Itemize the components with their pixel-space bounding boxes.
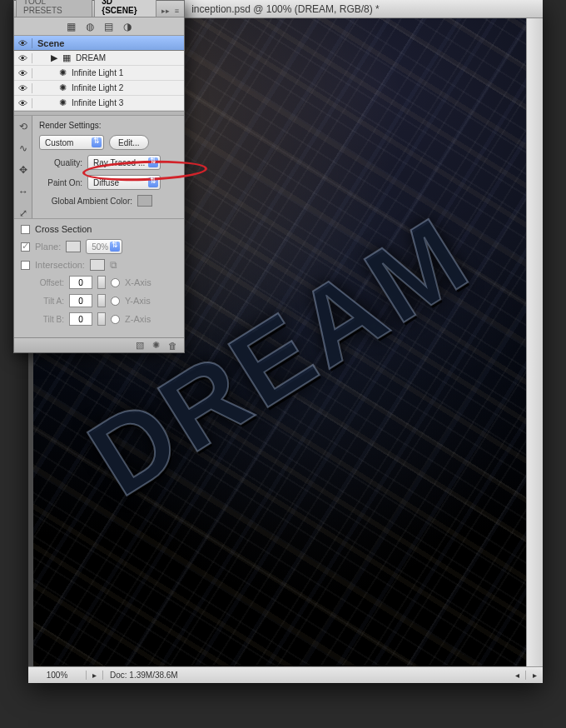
render-settings-title: Render Settings:	[39, 121, 177, 130]
scale-tool-icon[interactable]: ⤢	[14, 202, 32, 224]
eye-icon[interactable]: 👁	[18, 68, 27, 78]
render-preset-select[interactable]: Custom	[39, 135, 104, 150]
panel-filter-row: ▦ ◍ ▤ ◑	[14, 17, 184, 36]
eye-icon[interactable]: 👁	[18, 98, 27, 108]
scene-root-row[interactable]: 👁 Scene	[14, 36, 184, 51]
eye-icon[interactable]: 👁	[18, 53, 27, 63]
paint-on-select[interactable]: Diffuse	[87, 175, 161, 190]
scene-hierarchy: 👁 Scene 👁 ▶ ▦ DREAM 👁 ✺ Infinite Light 1…	[14, 36, 184, 111]
render-icon[interactable]: ▧	[136, 340, 144, 351]
intersection-checkbox[interactable]	[21, 261, 30, 270]
filter-materials-icon[interactable]: ▤	[104, 21, 113, 32]
scroll-right-icon[interactable]: ▸	[526, 671, 543, 680]
plane-checkbox[interactable]	[21, 242, 30, 252]
y-axis-radio[interactable]	[111, 297, 120, 306]
scene-item-label: DREAM	[76, 53, 106, 62]
slide-tool-icon[interactable]: ↔	[14, 181, 32, 202]
intersection-label: Intersection:	[35, 260, 85, 270]
y-axis-label: Y-Axis	[125, 296, 151, 306]
light-icon: ✺	[59, 67, 67, 78]
zoom-readout[interactable]: 100%	[28, 671, 87, 680]
scene-item-light-3[interactable]: 👁 ✺ Infinite Light 3	[14, 96, 184, 111]
expand-icon[interactable]: ▶	[51, 52, 57, 63]
x-axis-radio[interactable]	[111, 278, 120, 287]
edit-preset-button[interactable]: Edit...	[109, 135, 149, 150]
tilt-b-input[interactable]	[69, 312, 92, 326]
cross-section-checkbox[interactable]	[21, 225, 30, 234]
cross-section-title: Cross Section	[35, 224, 92, 234]
light-icon: ✺	[59, 97, 67, 108]
new-light-icon[interactable]: ✺	[152, 340, 160, 351]
quality-label: Quality:	[39, 158, 82, 167]
plane-color-swatch[interactable]	[66, 241, 81, 252]
3d-scene-panel: TOOL PRESETS 3D {SCENE} ▸▸ ≡ ▦ ◍ ▤ ◑ 👁 S…	[13, 0, 185, 353]
scene-item-dream[interactable]: 👁 ▶ ▦ DREAM	[14, 51, 184, 66]
global-ambient-swatch[interactable]	[137, 195, 152, 207]
panel-footer: ▧ ✺ 🗑	[14, 337, 184, 352]
offset-input[interactable]	[69, 276, 92, 289]
pan-tool-icon[interactable]: ✥	[14, 159, 32, 181]
tilt-a-stepper[interactable]	[97, 294, 106, 307]
eye-icon[interactable]: 👁	[18, 38, 27, 48]
orbit-tool-icon[interactable]: ⟲	[14, 116, 32, 137]
trash-icon[interactable]: 🗑	[168, 341, 177, 351]
collapse-icon[interactable]: ▸▸	[161, 7, 170, 15]
scroll-left-icon[interactable]: ◂	[509, 671, 526, 680]
intersection-color-swatch[interactable]	[90, 259, 105, 271]
scene-item-light-2[interactable]: 👁 ✺ Infinite Light 2	[14, 81, 184, 96]
light-icon: ✺	[59, 82, 67, 93]
z-axis-radio[interactable]	[111, 315, 120, 324]
tilt-a-label: Tilt A:	[21, 297, 64, 306]
status-icon[interactable]: ▸	[87, 671, 103, 680]
tilt-b-label: Tilt B:	[21, 315, 64, 324]
roll-tool-icon[interactable]: ∿	[14, 137, 32, 159]
tilt-a-input[interactable]	[69, 294, 92, 307]
filter-lights-icon[interactable]: ◑	[123, 21, 132, 32]
x-axis-label: X-Axis	[125, 277, 151, 287]
plane-label: Plane:	[35, 242, 61, 252]
tilt-b-stepper[interactable]	[97, 312, 106, 326]
scene-item-light-1[interactable]: 👁 ✺ Infinite Light 1	[14, 66, 184, 81]
flip-icon[interactable]: ⧉	[110, 259, 117, 271]
render-settings: Render Settings: Custom Edit... Quality:…	[32, 116, 184, 218]
mesh-icon: ▦	[62, 52, 71, 63]
scene-item-label: Infinite Light 2	[72, 83, 123, 92]
3d-tool-rail: ⟲ ∿ ✥ ↔ ⤢	[14, 116, 32, 218]
eye-icon[interactable]: 👁	[18, 83, 27, 93]
panel-menu-icon[interactable]: ≡	[175, 7, 179, 15]
offset-stepper[interactable]	[97, 276, 106, 289]
tab-tool-presets[interactable]: TOOL PRESETS	[16, 0, 92, 17]
panel-tabstrip: TOOL PRESETS 3D {SCENE} ▸▸ ≡	[14, 1, 184, 17]
cross-section-group: Cross Section Plane: 50% Intersection: ⧉…	[14, 218, 184, 337]
z-axis-label: Z-Axis	[125, 314, 151, 324]
scene-item-label: Infinite Light 3	[72, 98, 123, 107]
global-ambient-label: Global Ambient Color:	[39, 197, 132, 206]
paint-on-label: Paint On:	[39, 178, 82, 187]
plane-opacity-select[interactable]: 50%	[86, 239, 122, 254]
quality-select[interactable]: Ray Traced ...	[87, 155, 161, 170]
vertical-scrollbar[interactable]	[526, 18, 543, 666]
status-bar: 100% ▸ Doc: 1.39M/38.6M ◂ ▸	[28, 666, 543, 683]
tab-3d-scene[interactable]: 3D {SCENE}	[94, 0, 156, 17]
scene-root-label: Scene	[32, 38, 184, 48]
filter-scene-icon[interactable]: ▦	[67, 21, 76, 32]
scene-item-label: Infinite Light 1	[72, 68, 123, 77]
filter-mesh-icon[interactable]: ◍	[86, 21, 94, 32]
doc-info: Doc: 1.39M/38.6M	[103, 671, 185, 680]
offset-label: Offset:	[21, 278, 64, 287]
